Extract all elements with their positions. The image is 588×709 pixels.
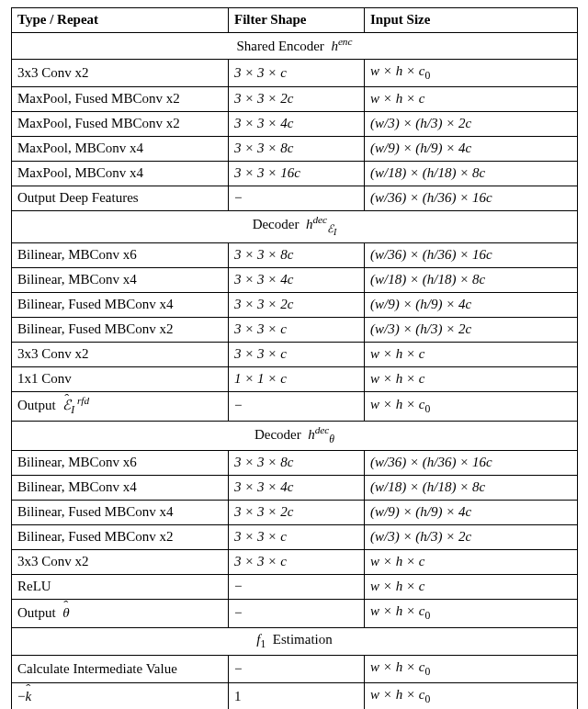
section-decoder-ei: Decoder hdecℰI — [12, 211, 578, 242]
section-encoder: Shared Encoder henc — [12, 33, 578, 60]
table-row: 3x3 Conv x2 3 × 3 × c w × h × c0 — [12, 60, 578, 87]
cell-input: (w/3) × (h/3) × 2c — [365, 525, 578, 550]
cell-type: MaxPool, Fused MBConv x2 — [12, 112, 229, 137]
cell-input: w × h × c0 — [365, 656, 578, 683]
cell-filter: 3 × 3 × c — [229, 60, 365, 87]
cell-filter: 3 × 3 × 2c — [229, 292, 365, 317]
cell-type: Output ℰI rfd — [12, 391, 229, 421]
cell-input: w × h × c — [365, 87, 578, 112]
cell-input: (w/18) × (h/18) × 8c — [365, 267, 578, 292]
cell-input: (w/18) × (h/18) × 8c — [365, 476, 578, 501]
cell-type: −k — [12, 683, 229, 709]
cell-input: w × h × c — [365, 342, 578, 366]
cell-type: Bilinear, Fused MBConv x2 — [12, 317, 229, 342]
section-f1-title: f1 Estimation — [12, 627, 578, 655]
cell-filter: 3 × 3 × 8c — [229, 137, 365, 162]
cell-type: MaxPool, Fused MBConv x2 — [12, 87, 229, 112]
table-row: Bilinear, MBConv x6 3 × 3 × 8c (w/36) × … — [12, 242, 578, 267]
table-row: MaxPool, Fused MBConv x2 3 × 3 × 4c (w/3… — [12, 112, 578, 137]
cell-type: Bilinear, Fused MBConv x2 — [12, 525, 229, 550]
section-decoder-ei-title: Decoder hdecℰI — [12, 211, 578, 242]
table-row: MaxPool, Fused MBConv x2 3 × 3 × 2c w × … — [12, 87, 578, 112]
cell-input: w × h × c0 — [365, 683, 578, 709]
cell-filter: 3 × 3 × 8c — [229, 242, 365, 267]
cell-filter: 1 — [229, 683, 365, 709]
cell-filter: 3 × 3 × 2c — [229, 87, 365, 112]
table-row: Output ℰI rfd − w × h × c0 — [12, 391, 578, 421]
cell-type: Output θ — [12, 600, 229, 627]
section-f1: f1 Estimation — [12, 627, 578, 655]
cell-filter: 3 × 3 × 8c — [229, 451, 365, 476]
section-decoder-theta-title: Decoder hdecθ — [12, 421, 578, 450]
cell-filter: − — [229, 656, 365, 683]
cell-type: Bilinear, MBConv x6 — [12, 242, 229, 267]
cell-filter: 3 × 3 × c — [229, 317, 365, 342]
table-row: Bilinear, Fused MBConv x4 3 × 3 × 2c (w/… — [12, 501, 578, 525]
table-row: Calculate Intermediate Value − w × h × c… — [12, 656, 578, 683]
cell-input: (w/36) × (h/36) × 16c — [365, 186, 578, 211]
cell-type: 3x3 Conv x2 — [12, 550, 229, 575]
cell-filter: 3 × 3 × 2c — [229, 501, 365, 525]
table-row: Bilinear, MBConv x4 3 × 3 × 4c (w/18) × … — [12, 267, 578, 292]
table-row: 3x3 Conv x2 3 × 3 × c w × h × c — [12, 550, 578, 575]
cell-filter: 3 × 3 × 4c — [229, 267, 365, 292]
table-row: 1x1 Conv 1 × 1 × c w × h × c — [12, 366, 578, 391]
cell-type: MaxPool, MBConv x4 — [12, 137, 229, 162]
table-row: −k 1 w × h × c0 — [12, 683, 578, 709]
cell-input: w × h × c — [365, 366, 578, 391]
cell-type: Bilinear, MBConv x4 — [12, 476, 229, 501]
cell-input: w × h × c0 — [365, 600, 578, 627]
cell-filter: 3 × 3 × 4c — [229, 112, 365, 137]
table-row: MaxPool, MBConv x4 3 × 3 × 8c (w/9) × (h… — [12, 137, 578, 162]
section-decoder-theta: Decoder hdecθ — [12, 421, 578, 450]
cell-filter: − — [229, 600, 365, 627]
cell-input: (w/3) × (h/3) × 2c — [365, 317, 578, 342]
table-header-row: Type / Repeat Filter Shape Input Size — [12, 8, 578, 33]
cell-input: (w/18) × (h/18) × 8c — [365, 162, 578, 186]
table-row: MaxPool, MBConv x4 3 × 3 × 16c (w/18) × … — [12, 162, 578, 186]
table-row: Bilinear, MBConv x4 3 × 3 × 4c (w/18) × … — [12, 476, 578, 501]
table-row: Output Deep Features − (w/36) × (h/36) ×… — [12, 186, 578, 211]
architecture-table: Type / Repeat Filter Shape Input Size Sh… — [11, 7, 578, 709]
table-row: Bilinear, MBConv x6 3 × 3 × 8c (w/36) × … — [12, 451, 578, 476]
cell-input: w × h × c0 — [365, 391, 578, 421]
table-row: 3x3 Conv x2 3 × 3 × c w × h × c — [12, 342, 578, 366]
table-row: Bilinear, Fused MBConv x2 3 × 3 × c (w/3… — [12, 525, 578, 550]
cell-input: (w/36) × (h/36) × 16c — [365, 451, 578, 476]
col-input: Input Size — [365, 8, 578, 33]
cell-input: (w/36) × (h/36) × 16c — [365, 242, 578, 267]
cell-type: MaxPool, MBConv x4 — [12, 162, 229, 186]
cell-input: (w/9) × (h/9) × 4c — [365, 501, 578, 525]
col-type: Type / Repeat — [12, 8, 229, 33]
cell-filter: 3 × 3 × c — [229, 550, 365, 575]
cell-filter: 1 × 1 × c — [229, 366, 365, 391]
cell-type: 1x1 Conv — [12, 366, 229, 391]
cell-type: Bilinear, MBConv x6 — [12, 451, 229, 476]
cell-filter: 3 × 3 × 16c — [229, 162, 365, 186]
cell-filter: 3 × 3 × 4c — [229, 476, 365, 501]
cell-input: w × h × c — [365, 550, 578, 575]
cell-filter: − — [229, 391, 365, 421]
cell-filter: 3 × 3 × c — [229, 525, 365, 550]
cell-filter: − — [229, 186, 365, 211]
table-row: Output θ − w × h × c0 — [12, 600, 578, 627]
cell-type: Bilinear, Fused MBConv x4 — [12, 292, 229, 317]
cell-type: Bilinear, Fused MBConv x4 — [12, 501, 229, 525]
cell-type: ReLU — [12, 575, 229, 600]
cell-type: 3x3 Conv x2 — [12, 60, 229, 87]
cell-type: 3x3 Conv x2 — [12, 342, 229, 366]
cell-input: w × h × c0 — [365, 60, 578, 87]
cell-input: (w/3) × (h/3) × 2c — [365, 112, 578, 137]
cell-input: w × h × c — [365, 575, 578, 600]
cell-type: Output Deep Features — [12, 186, 229, 211]
cell-filter: − — [229, 575, 365, 600]
cell-input: (w/9) × (h/9) × 4c — [365, 137, 578, 162]
col-filter: Filter Shape — [229, 8, 365, 33]
table-row: ReLU − w × h × c — [12, 575, 578, 600]
table-row: Bilinear, Fused MBConv x2 3 × 3 × c (w/3… — [12, 317, 578, 342]
cell-type: Calculate Intermediate Value — [12, 656, 229, 683]
table-row: Bilinear, Fused MBConv x4 3 × 3 × 2c (w/… — [12, 292, 578, 317]
section-encoder-title: Shared Encoder henc — [12, 33, 578, 60]
cell-filter: 3 × 3 × c — [229, 342, 365, 366]
cell-input: (w/9) × (h/9) × 4c — [365, 292, 578, 317]
